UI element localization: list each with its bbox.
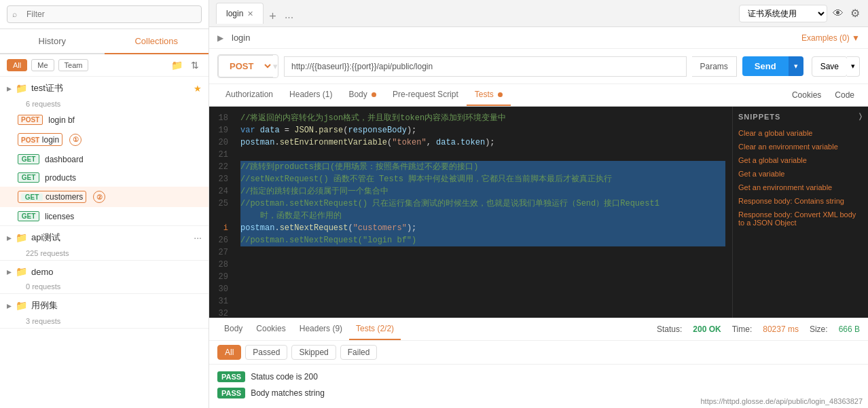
status-label: Status: [657,324,682,334]
code-content[interactable]: //将返回的内容转化为json格式，并且取到token内容添加到环境变量中 va… [234,107,732,318]
pass-badge-1: PASS [217,371,245,382]
save-dropdown-btn[interactable]: ▾ [847,56,860,77]
filter-team-btn[interactable]: Team [58,59,89,71]
new-tab-btn[interactable]: + [265,10,281,24]
folder-icon2: 📁 [16,232,27,243]
code-link[interactable]: Code [829,85,860,105]
search-area: ⌕ [0,0,209,29]
send-dropdown-btn[interactable]: ▾ [789,56,803,76]
search-icon: ⌕ [12,10,17,19]
list-item[interactable]: GET products [0,168,209,187]
filter-failed-btn[interactable]: Failed [340,345,378,360]
snippet-resp-xml[interactable]: Response body: Convert XML body to a JSO… [738,208,863,229]
collection-test-cert: ▸ 📁 test证书 ★ 6 requests POST login bf PO… [0,77,209,226]
code-line [240,295,725,308]
snippets-toggle[interactable]: 〉 [859,112,863,121]
folder-open-icon: 📁 [16,83,27,94]
code-line-selected: //setNextRequest() 函数不管在 Tests 脚本中何处被调用，… [240,173,725,185]
resp-status: Status: 200 OK Time: 80237 ms Size: 666 … [657,324,860,334]
folder-icon4: 📁 [16,300,27,311]
tab-headers[interactable]: Headers (1) [281,84,340,106]
resp-tab-headers[interactable]: Headers (9) [293,318,349,340]
send-btn[interactable]: Send [742,56,789,76]
tab-collections[interactable]: Collections [105,29,209,54]
snippet-resp-contains[interactable]: Response body: Contains string [738,194,863,208]
new-folder-btn[interactable]: 📁 [168,58,185,72]
code-line [240,308,725,318]
params-btn[interactable]: Params [692,56,737,77]
collection-header-demo[interactable]: ▸ 📁 demo [0,261,209,282]
pass-badge-2: PASS [217,388,245,398]
list-item[interactable]: GET dashboard [0,150,209,168]
post-login-box: POST login [18,133,62,146]
code-line [240,283,725,295]
resp-tab-cookies[interactable]: Cookies [249,318,292,340]
get-customers-box: GET customers [18,191,86,203]
request-name: login [42,135,59,145]
tab-pre-request[interactable]: Pre-request Script [384,84,467,106]
snippet-clear-env[interactable]: Clear an environment variable [738,140,863,153]
list-item[interactable]: GET licenses [0,207,209,225]
tab-login[interactable]: login ✕ [216,3,264,24]
tab-close-btn[interactable]: ✕ [247,10,253,18]
more-btn[interactable]: ··· [194,232,202,243]
list-item[interactable]: POST login bf [0,111,209,129]
tab-more-btn[interactable]: ··· [282,12,296,24]
collection-name: api测试 [31,231,189,244]
filter-me-btn[interactable]: Me [31,59,54,71]
code-line: //将返回的内容转化为json格式，并且取到token内容添加到环境变量中 [240,112,725,124]
method-select[interactable]: POST GET [218,55,273,77]
collection-name: 用例集 [31,299,202,312]
breadcrumb-arrow: ▶ [217,33,223,43]
filter-passed-btn[interactable]: Passed [245,345,287,360]
tab-tests[interactable]: Tests [467,84,511,106]
cookies-link[interactable]: Cookies [786,85,827,105]
resp-tab-body[interactable]: Body [217,318,249,340]
snippet-get-env[interactable]: Get an environment variable [738,181,863,194]
request-name: customers [46,192,83,202]
bottom-url-bar: https://httpd.glosse.de/api/public/login… [209,405,868,408]
save-btn[interactable]: Save [812,56,848,77]
folder-icon: ▸ [7,266,12,277]
sort-btn[interactable]: ⇅ [188,58,202,72]
time-label: Time: [732,324,753,334]
env-selector[interactable]: 证书系统使用 [739,5,827,22]
filter-all-btn[interactable]: All [7,59,27,71]
method-badge-get: GET [21,193,43,201]
folder-icon: ▸ [7,232,12,243]
filter-all-btn[interactable]: All [217,345,241,360]
code-line: postman.setEnvironmentVariable("token", … [240,136,725,149]
test-result-text-1: Status code is 200 [251,372,318,382]
snippet-clear-global[interactable]: Clear a global variable [738,126,863,140]
collection-name: demo [31,267,202,277]
list-item-customers[interactable]: GET customers ② [0,187,209,207]
method-badge-post: POST [18,115,43,125]
snippet-get-global[interactable]: Get a global variable [738,153,863,167]
eye-icon-btn[interactable]: 👁 [831,6,845,21]
circle-num-2: ② [93,191,105,203]
code-line [240,246,725,259]
collection-header-test-cert[interactable]: ▸ 📁 test证书 ★ [0,77,209,100]
tab-authorization[interactable]: Authorization [217,84,281,106]
collection-name: test证书 [31,82,189,94]
tab-body[interactable]: Body [340,84,384,106]
list-item[interactable]: POST login ① [0,129,209,150]
bottom-url: https://httpd.glosse.de/api/public/login… [700,397,863,405]
settings-icon-btn[interactable]: ⚙ [849,5,861,21]
url-input[interactable] [284,56,687,77]
collection-header-api[interactable]: ▸ 📁 api测试 ··· [0,226,209,249]
code-editor[interactable]: 18 19 20 21 22 23 24 25 i 26 27 28 29 30… [209,107,732,318]
sidebar-tabs: History Collections [0,29,209,54]
resp-tab-tests[interactable]: Tests (2/2) [349,318,401,340]
code-line-selected: //跳转到products接口(使用场景：按照条件跳过不必要的接口) [240,161,725,173]
size-value: 666 B [839,324,860,334]
tab-history[interactable]: History [0,29,105,54]
code-line-selected: postman.setNextRequest("customers"); [240,222,725,234]
save-btn-group: Save ▾ [809,56,860,77]
collection-header-use[interactable]: ▸ 📁 用例集 [0,294,209,317]
filter-skipped-btn[interactable]: Skipped [291,345,336,360]
url-bar: POST GET ▾ Params Send ▾ Save ▾ [209,49,868,84]
examples-link[interactable]: Examples (0) ▼ [801,33,860,43]
snippet-get-var[interactable]: Get a variable [738,167,863,181]
filter-input[interactable] [7,5,202,23]
